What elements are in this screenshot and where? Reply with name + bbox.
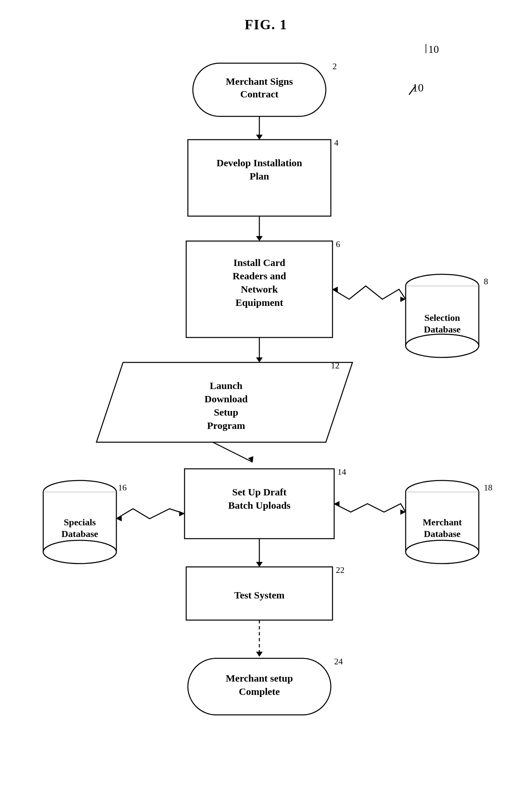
specials-db-label-2: Database — [61, 529, 98, 539]
ref-4: 4 — [334, 138, 339, 148]
arrowhead-left-specials — [179, 511, 185, 516]
arrowhead-6-9 — [256, 562, 263, 567]
install-card-label-2: Readers and — [233, 270, 286, 281]
ref-14: 14 — [338, 467, 346, 477]
selection-db-label-2: Database — [424, 324, 460, 334]
arrowhead-3-5 — [256, 358, 263, 362]
ref-6: 6 — [336, 239, 340, 249]
merchant-signs-label-line2: Contract — [241, 89, 279, 99]
ref-2: 2 — [332, 61, 337, 71]
develop-plan-label-2: Plan — [250, 171, 269, 181]
merchant-db-label-1: Merchant — [423, 517, 462, 527]
selection-db-bottom — [406, 334, 479, 358]
develop-plan-label-1: Develop Installation — [216, 157, 302, 168]
install-card-label-3: Network — [241, 284, 278, 294]
merchant-complete-label-2: Complete — [239, 686, 280, 697]
arrowhead-1-2 — [256, 135, 263, 140]
merchant-db-bottom — [406, 540, 479, 563]
setup-draft-label-1: Set Up Draft — [232, 486, 286, 497]
merchant-db-label-2: Database — [424, 529, 460, 539]
ref-18: 18 — [484, 483, 492, 493]
install-card-label-1: Install Card — [233, 257, 285, 268]
specials-db-bottom — [43, 540, 116, 563]
page: FIG. 1 10 Merchant Signs Contract 2 Deve… — [0, 0, 532, 790]
ref-8: 8 — [484, 277, 488, 286]
arrow-5-6 — [213, 442, 253, 462]
test-system-label: Test System — [234, 590, 284, 600]
ref-12: 12 — [331, 361, 340, 370]
ref-24: 24 — [334, 657, 343, 666]
setup-draft-label-2: Batch Uploads — [228, 500, 291, 511]
specials-db-label-1: Specials — [64, 517, 96, 527]
selection-db-label-1: Selection — [424, 312, 460, 323]
zigzag-connector-specials — [116, 509, 185, 519]
launch-download-label-4: Program — [207, 420, 245, 431]
merchant-complete-label-1: Merchant setup — [226, 673, 293, 683]
ref-22: 22 — [336, 565, 344, 575]
zigzag-connector-selection — [332, 286, 406, 299]
launch-download-label-2: Download — [205, 393, 248, 404]
arrowhead-9-10 — [256, 652, 263, 657]
install-card-label-4: Equipment — [235, 297, 283, 308]
launch-download-label-1: Launch — [210, 380, 243, 391]
zigzag-connector-merchant — [334, 504, 406, 512]
launch-download-label-3: Setup — [214, 407, 238, 418]
ref-16: 16 — [118, 483, 127, 493]
merchant-signs-label-line1: Merchant Signs — [226, 76, 293, 87]
arrowhead-2-3 — [256, 236, 263, 241]
figure-title: FIG. 1 — [0, 0, 532, 33]
flowchart-svg: Merchant Signs Contract 2 Develop Instal… — [0, 33, 532, 790]
